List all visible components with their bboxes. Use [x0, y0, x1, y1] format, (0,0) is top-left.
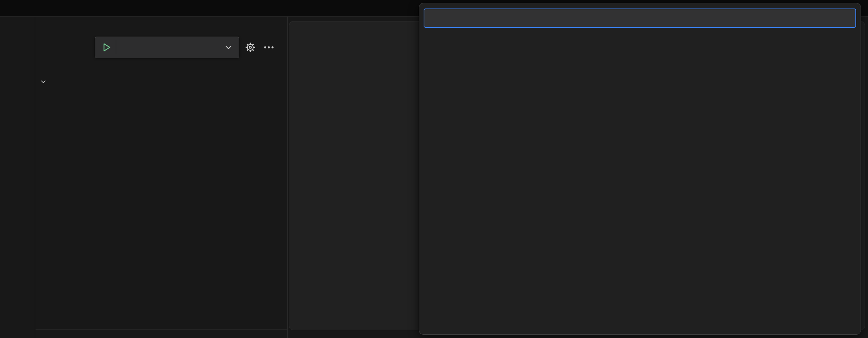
command-palette: [419, 3, 861, 335]
debug-config-dropdown[interactable]: [95, 37, 239, 58]
variables-section-header[interactable]: [36, 72, 287, 91]
vscode-window: [0, 0, 868, 338]
activity-bar: [0, 17, 35, 338]
gear-icon[interactable]: [243, 40, 258, 55]
watch-section-header[interactable]: [36, 331, 287, 338]
dropdown-divider: [116, 40, 116, 54]
more-actions-icon[interactable]: [261, 40, 276, 55]
chevron-down-icon: [224, 37, 233, 58]
command-input[interactable]: [424, 9, 856, 28]
section-divider: [36, 329, 287, 329]
chevron-down-icon: [40, 336, 47, 338]
debug-start-icon[interactable]: [100, 37, 112, 58]
run-and-debug-sidebar: [36, 17, 288, 338]
chevron-down-icon: [40, 78, 47, 87]
